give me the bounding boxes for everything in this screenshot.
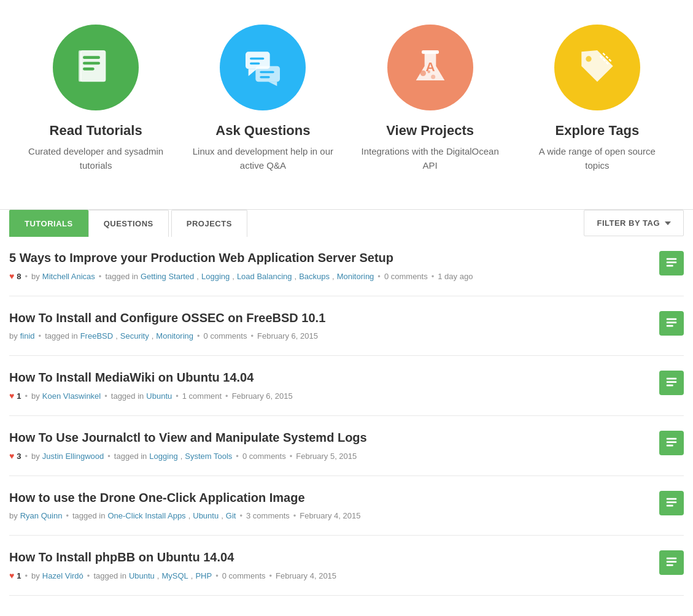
separator: •	[225, 391, 228, 401]
article-title[interactable]: How To Install phpBB on Ubuntu 14.04	[9, 550, 647, 564]
svg-rect-37	[667, 561, 677, 563]
author-link[interactable]: finid	[20, 331, 35, 341]
tagged-in-label: tagged in	[93, 571, 126, 580]
tab-tutorials[interactable]: TUTORIALS	[9, 210, 88, 237]
comments-count: 3 comments	[246, 511, 290, 520]
svg-rect-36	[667, 558, 677, 560]
hero-icon-questions	[220, 25, 306, 110]
tag-link[interactable]: Getting Started	[141, 272, 194, 281]
article-meta: ♥1 • by Hazel Virdó • tagged in Ubuntu, …	[9, 571, 647, 580]
hero-item-tutorials[interactable]: Read Tutorials Curated developer and sys…	[12, 25, 179, 172]
separator: •	[377, 272, 381, 281]
svg-rect-25	[667, 321, 677, 323]
svg-rect-28	[667, 381, 677, 383]
separator: •	[432, 272, 435, 281]
article-title[interactable]: How To Use Journalctl to View and Manipu…	[9, 431, 647, 445]
comments-count: 0 comments	[384, 272, 428, 281]
separator: •	[236, 452, 239, 461]
svg-rect-24	[667, 318, 677, 320]
tag-link[interactable]: Git	[226, 511, 236, 520]
tag-link[interactable]: Ubuntu	[129, 571, 155, 580]
article-content: How To Install phpBB on Ubuntu 14.04 ♥1 …	[9, 550, 647, 580]
svg-rect-30	[667, 438, 677, 440]
table-row: How To Use Journalctl to View and Manipu…	[9, 416, 684, 476]
svg-point-15	[431, 75, 435, 79]
hero-item-projects[interactable]: A View Projects Integrations with the Di…	[347, 25, 514, 172]
likes-count: ♥3	[9, 451, 21, 461]
heart-icon: ♥	[9, 571, 14, 580]
article-title[interactable]: How To Install and Configure OSSEC on Fr…	[9, 311, 647, 325]
heart-icon: ♥	[9, 271, 14, 281]
tag-link[interactable]: Load Balancing	[237, 272, 292, 281]
svg-rect-2	[83, 62, 100, 65]
article-content: 5 Ways to Improve your Production Web Ap…	[9, 251, 647, 281]
article-date: 1 day ago	[438, 272, 473, 281]
tag-link[interactable]: Logging	[201, 272, 230, 281]
tag-link[interactable]: Ubuntu	[146, 391, 172, 401]
by-label: by	[31, 452, 40, 461]
svg-rect-1	[83, 56, 100, 59]
hero-desc-projects: Integrations with the DigitalOcean API	[359, 145, 501, 172]
author-link[interactable]: Justin Ellingwood	[42, 452, 104, 461]
article-title[interactable]: How to use the Drone One-Click Applicati…	[9, 491, 647, 505]
tagged-in-label: tagged in	[72, 511, 106, 520]
svg-rect-23	[667, 265, 673, 267]
article-meta: ♥1 • by Koen Vlaswinkel • tagged in Ubun…	[9, 391, 647, 401]
svg-rect-13	[422, 50, 439, 54]
author-link[interactable]: Koen Vlaswinkel	[42, 391, 101, 401]
svg-point-18	[586, 56, 591, 61]
svg-rect-27	[667, 378, 677, 380]
article-title[interactable]: How To Install MediaWiki on Ubuntu 14.04	[9, 371, 647, 385]
tag-link[interactable]: MySQL	[161, 571, 188, 580]
hero-title-projects: View Projects	[386, 123, 474, 139]
chevron-down-icon	[665, 221, 671, 225]
tag-link[interactable]: Monitoring	[156, 331, 193, 341]
tag-link[interactable]: One-Click Install Apps	[107, 511, 185, 520]
article-date: February 5, 2015	[296, 452, 357, 461]
tag-link[interactable]: System Tools	[185, 452, 232, 461]
tag-link[interactable]: Security	[120, 331, 149, 341]
svg-rect-29	[667, 385, 673, 387]
tag-link[interactable]: Logging	[149, 452, 177, 461]
svg-rect-32	[667, 445, 673, 447]
article-title[interactable]: 5 Ways to Improve your Production Web Ap…	[9, 251, 647, 265]
by-label: by	[9, 511, 18, 520]
table-row: How To Install phpBB on Ubuntu 14.04 ♥1 …	[9, 536, 684, 596]
table-row: How to use the Drone One-Click Applicati…	[9, 476, 684, 536]
separator: •	[269, 571, 273, 580]
svg-rect-35	[667, 505, 673, 507]
table-row: How To Install MediaWiki on Ubuntu 14.04…	[9, 356, 684, 416]
article-date: February 4, 2015	[276, 571, 336, 580]
author-link[interactable]: Mitchell Anicas	[42, 272, 95, 281]
tagged-in-label: tagged in	[114, 452, 147, 461]
article-meta: by finid • tagged in FreeBSD, Security, …	[9, 331, 647, 341]
tagged-in-label: tagged in	[45, 331, 78, 341]
filter-by-tag-button[interactable]: FILTER BY TAG	[584, 210, 684, 236]
svg-rect-4	[79, 50, 82, 82]
hero-title-tutorials: Read Tutorials	[50, 123, 142, 139]
svg-rect-12	[260, 76, 270, 79]
svg-rect-11	[260, 71, 274, 74]
tag-link[interactable]: Monitoring	[337, 272, 374, 281]
tag-link[interactable]: FreeBSD	[80, 331, 113, 341]
svg-rect-38	[667, 564, 673, 566]
hero-item-tags[interactable]: Explore Tags A wide range of open source…	[514, 25, 681, 172]
author-link[interactable]: Ryan Quinn	[20, 511, 63, 520]
article-icon	[659, 311, 684, 336]
tab-questions[interactable]: QUESTIONS	[88, 210, 169, 237]
svg-marker-8	[269, 82, 277, 86]
hero-icon-projects: A	[387, 25, 473, 110]
article-icon	[659, 491, 684, 515]
separator: •	[176, 391, 179, 401]
tab-projects[interactable]: PROJECTS	[171, 210, 247, 237]
svg-text:A: A	[425, 60, 435, 74]
hero-item-questions[interactable]: Ask Questions Linux and development help…	[179, 25, 346, 172]
separator: •	[87, 571, 90, 580]
author-link[interactable]: Hazel Virdó	[42, 571, 83, 580]
tag-link[interactable]: Backups	[299, 272, 330, 281]
tag-link[interactable]: Ubuntu	[193, 511, 219, 520]
svg-rect-0	[80, 50, 106, 82]
comments-count: 0 comments	[242, 452, 286, 461]
hero-desc-tutorials: Curated developer and sysadmin tutorials	[25, 145, 167, 172]
tag-link[interactable]: PHP	[195, 571, 212, 580]
